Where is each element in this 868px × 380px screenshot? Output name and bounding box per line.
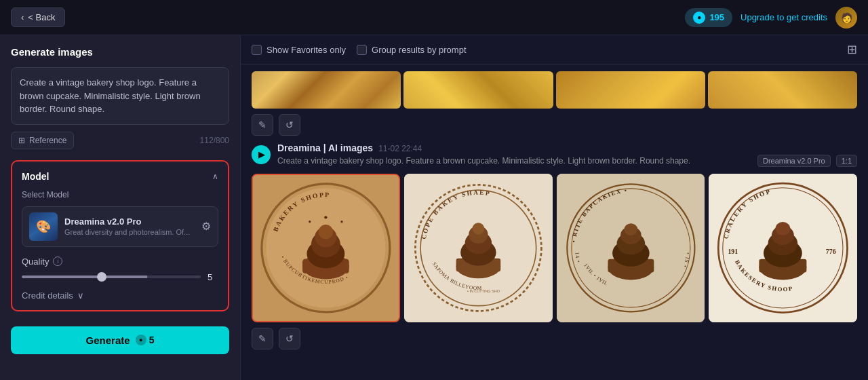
prompt-meta: Dreamina | AI images 11-02 22:44 Create … bbox=[277, 142, 857, 167]
model-tag: Dreamina v2.0 Pro bbox=[757, 155, 831, 167]
back-button[interactable]: ‹ < Back bbox=[11, 7, 65, 27]
prompt-app-name: Dreamina | AI images bbox=[277, 142, 373, 153]
svg-point-47 bbox=[776, 222, 791, 235]
image-cell-4[interactable]: CRALERY SHOP 191 776 BAKESERY SHOOP bbox=[709, 174, 857, 322]
avatar[interactable]: 🧑 bbox=[835, 7, 857, 28]
image-cell-3[interactable]: • RITE BAPCAKIEX • 14 • • IS • bbox=[557, 174, 705, 322]
content-area: Show Favorites only Group results by pro… bbox=[241, 35, 868, 380]
quality-label: Quality bbox=[22, 256, 49, 267]
svg-point-8 bbox=[319, 225, 333, 239]
group-results-label[interactable]: Group results by prompt bbox=[357, 45, 466, 55]
model-name: Dreamina v2.0 Pro bbox=[64, 216, 195, 227]
model-section-header: Model ∧ bbox=[22, 171, 218, 182]
model-settings-icon[interactable]: ⚙ bbox=[201, 220, 211, 233]
model-section: Model ∧ Select Model 🎨 Dreamina v2.0 Pro… bbox=[11, 160, 229, 311]
prompt-text: Create a vintage bakery shop logo. Featu… bbox=[20, 77, 201, 114]
model-section-title: Model bbox=[22, 171, 49, 182]
group-results-checkbox[interactable] bbox=[357, 45, 367, 55]
upgrade-label: Upgrade to get credits bbox=[741, 12, 827, 22]
prompt-group-header: ▶ Dreamina | AI images 11-02 22:44 Creat… bbox=[252, 142, 857, 167]
prompt-timestamp: 11-02 22:44 bbox=[378, 144, 422, 153]
back-label: < Back bbox=[28, 12, 55, 22]
prompt-text-row: Create a vintage bakery shop logo. Featu… bbox=[277, 155, 857, 167]
edit-button-top[interactable]: ✎ bbox=[252, 114, 273, 136]
prompt-text-display: Create a vintage bakery shop logo. Featu… bbox=[277, 156, 752, 166]
credits-value: 195 bbox=[709, 12, 724, 22]
refresh-button-bottom[interactable]: ↺ bbox=[279, 328, 300, 349]
quality-value: 5 bbox=[208, 272, 218, 282]
top-image-row bbox=[252, 71, 857, 109]
model-thumbnail: 🎨 bbox=[29, 212, 58, 241]
credit-details-chevron: ∨ bbox=[77, 290, 84, 301]
reference-icon: ⊞ bbox=[18, 136, 25, 145]
model-info: Dreamina v2.0 Pro Great diversity and ph… bbox=[64, 216, 195, 236]
back-arrow-icon: ‹ bbox=[21, 12, 24, 22]
svg-point-12 bbox=[309, 221, 311, 223]
credits-badge: ● 195 bbox=[685, 8, 732, 27]
model-card[interactable]: 🎨 Dreamina v2.0 Pro Great diversity and … bbox=[22, 206, 218, 247]
generate-cost: ● 5 bbox=[136, 335, 155, 345]
credits-icon: ● bbox=[693, 12, 705, 24]
image-grid: BAKERY SHOPP • BUPCUBTIKEMCUPROD • bbox=[252, 174, 857, 322]
char-count: 112/800 bbox=[200, 136, 229, 145]
select-model-label: Select Model bbox=[22, 190, 218, 200]
credit-details-label: Credit details bbox=[22, 290, 73, 301]
cost-icon: ● bbox=[136, 335, 146, 345]
reference-label: Reference bbox=[29, 136, 66, 145]
refresh-button-top[interactable]: ↺ bbox=[279, 114, 300, 136]
chevron-up-icon: ∧ bbox=[212, 172, 218, 181]
svg-point-34 bbox=[624, 223, 637, 235]
generate-label: Generate bbox=[86, 335, 130, 346]
show-favorites-checkbox[interactable] bbox=[252, 45, 262, 55]
sidebar-title: Generate images bbox=[11, 46, 229, 58]
svg-point-22 bbox=[472, 223, 484, 235]
prompt-textarea[interactable]: Create a vintage bakery shop logo. Featu… bbox=[11, 67, 229, 125]
topbar: ‹ < Back ● 195 Upgrade to get credits 🧑 bbox=[0, 0, 868, 35]
top-image-1[interactable] bbox=[252, 71, 401, 109]
quality-info-icon[interactable]: i bbox=[53, 256, 62, 266]
reference-button[interactable]: ⊞ Reference bbox=[11, 132, 74, 149]
generate-button[interactable]: Generate ● 5 bbox=[11, 326, 229, 354]
top-image-2[interactable] bbox=[403, 71, 553, 109]
quality-slider[interactable] bbox=[22, 276, 201, 278]
credit-details-row[interactable]: Credit details ∨ bbox=[22, 290, 218, 301]
ratio-tag: 1:1 bbox=[836, 155, 857, 167]
content-scroll[interactable]: ✎ ↺ ▶ Dreamina | AI images 11-02 22:44 C… bbox=[241, 64, 868, 380]
main-layout: Generate images Create a vintage bakery … bbox=[0, 35, 868, 380]
image-cell-2[interactable]: COPE BAKEY SHAEP SAPOMA BILLEYOOM • IN C… bbox=[404, 174, 553, 322]
prompt-footer: ⊞ Reference 112/800 bbox=[11, 132, 229, 149]
edit-button-bottom[interactable]: ✎ bbox=[252, 328, 273, 349]
sidebar: Generate images Create a vintage bakery … bbox=[0, 35, 241, 380]
show-favorites-text: Show Favorites only bbox=[267, 45, 346, 55]
quality-row: Quality i bbox=[22, 256, 218, 267]
model-thumb-inner: 🎨 bbox=[29, 212, 58, 241]
topbar-right: ● 195 Upgrade to get credits 🧑 bbox=[685, 7, 857, 28]
top-action-row: ✎ ↺ bbox=[252, 114, 857, 136]
upgrade-button[interactable]: Upgrade to get credits bbox=[741, 12, 827, 22]
cost-value: 5 bbox=[149, 335, 155, 345]
content-toolbar: Show Favorites only Group results by pro… bbox=[241, 35, 868, 64]
prompt-title-row: Dreamina | AI images 11-02 22:44 bbox=[277, 142, 857, 153]
top-image-4[interactable] bbox=[708, 71, 857, 109]
save-to-album-icon[interactable]: ⊞ bbox=[847, 42, 857, 57]
ai-icon: ▶ bbox=[252, 145, 271, 164]
quality-slider-row: 5 bbox=[22, 272, 218, 282]
bottom-action-row: ✎ ↺ bbox=[252, 328, 857, 349]
top-image-3[interactable] bbox=[556, 71, 705, 109]
group-results-text: Group results by prompt bbox=[372, 45, 466, 55]
svg-text:191: 191 bbox=[728, 248, 738, 255]
image-cell-1[interactable]: BAKERY SHOPP • BUPCUBTIKEMCUPROD • bbox=[252, 174, 400, 322]
svg-text:• IN CUTTING SHO: • IN CUTTING SHO bbox=[467, 289, 500, 293]
prompt-group: ▶ Dreamina | AI images 11-02 22:44 Creat… bbox=[252, 142, 857, 349]
svg-point-13 bbox=[340, 221, 342, 223]
svg-point-11 bbox=[324, 216, 327, 218]
model-desc: Great diversity and photorealism. Of... bbox=[64, 228, 195, 236]
show-favorites-label[interactable]: Show Favorites only bbox=[252, 45, 346, 55]
svg-text:776: 776 bbox=[826, 248, 836, 255]
toolbar-left: Show Favorites only Group results by pro… bbox=[252, 45, 467, 55]
